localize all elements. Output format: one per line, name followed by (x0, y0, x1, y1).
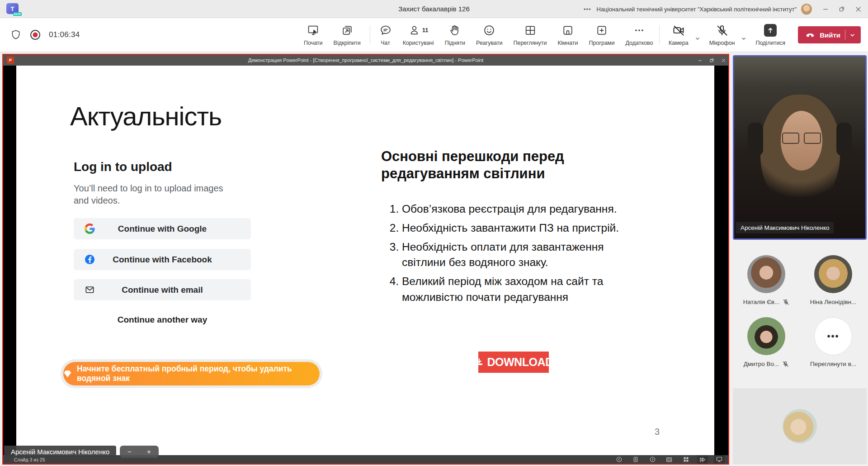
zoom-in-button[interactable]: + (147, 448, 151, 456)
presenter-name-overlay: Арсеній Максимович Ніколенко (4, 446, 116, 458)
minimize-button[interactable] (817, 0, 834, 18)
download-button[interactable]: DOWNLOAD (478, 352, 549, 373)
unpin-label: Відкріпити (334, 40, 361, 46)
speaker-glasses (781, 133, 822, 144)
rooms-button[interactable]: Кімнати (552, 18, 584, 52)
participant-name: Ніна Леонідівн... (810, 299, 857, 305)
react-label: Реагувати (476, 40, 502, 46)
leave-divider (845, 30, 845, 40)
participant-tile[interactable]: Ніна Леонідівн... (800, 255, 867, 305)
mic-muted-icon (782, 361, 789, 367)
participant-avatar (747, 317, 785, 355)
camera-button[interactable]: Камера (663, 24, 694, 46)
view-label: Переглянути (513, 40, 547, 46)
apps-button[interactable]: Програми (584, 18, 620, 52)
participant-name: Переглянути в... (810, 361, 856, 367)
obstacle-item: Великий період між заходом на сайт та мо… (402, 274, 646, 305)
obstacles-heading: Основні перешкоди перед редагуванням сві… (381, 148, 582, 182)
leave-label: Вийти (820, 31, 840, 39)
email-envelope-icon (85, 285, 95, 295)
active-speaker-name: Арсеній Максимович Ніколенко (736, 222, 834, 233)
restore-button[interactable] (834, 0, 850, 18)
share-button[interactable]: Поділитися (750, 24, 791, 46)
obstacle-item: Необхідність завантажити ПЗ на пристрій. (402, 220, 646, 236)
pp-close-button[interactable] (722, 58, 726, 62)
leave-chevron-icon[interactable] (849, 32, 855, 38)
download-label: DOWNLOAD (487, 356, 553, 369)
chat-label: Чат (381, 40, 390, 46)
more-participants-icon: ••• (814, 317, 852, 355)
shield-icon (10, 29, 22, 41)
titlebar-more-icon[interactable]: ••• (584, 6, 591, 13)
camera-label: Камера (669, 40, 689, 46)
close-button[interactable] (850, 0, 866, 18)
next-slide-button[interactable] (647, 455, 658, 464)
participant-avatar (814, 255, 852, 293)
participant-name: Дмитро Во... (744, 361, 779, 367)
view-more-participants-tile[interactable]: ••• Переглянути в... (800, 317, 867, 367)
participant-tile[interactable]: Дмитро Во... (733, 317, 800, 367)
participants-button[interactable]: 11 Користувачі (397, 18, 439, 52)
leave-button[interactable]: Вийти (798, 26, 861, 43)
account-avatar[interactable] (801, 4, 812, 14)
apps-label: Програми (589, 40, 615, 46)
obstacle-item: Обов’язкова реєстрація для редагування. (402, 201, 646, 217)
start-presenting-button[interactable]: Почати (298, 18, 328, 52)
continue-facebook-label: Continue with Facebook (113, 255, 212, 265)
continue-email-label: Continue with email (122, 285, 203, 295)
mic-muted-icon (783, 299, 789, 305)
participants-label: Користувачі (403, 40, 434, 46)
mic-button[interactable]: Мікрофон (704, 24, 741, 46)
meeting-toolbar: 01:06:34 Почати Відкріпити Чат (0, 18, 868, 52)
mic-chevron-icon[interactable] (741, 36, 746, 41)
window-titlebar: T NEW Захист бакалаврів 126 ••• Націонал… (0, 0, 868, 18)
headphone-left (748, 123, 763, 156)
raise-hand-label: Підняти (445, 40, 465, 46)
normal-view-button[interactable] (664, 455, 675, 464)
view-button[interactable]: Переглянути (508, 18, 552, 52)
raise-hand-button[interactable]: Підняти (439, 18, 471, 52)
login-heading: Log in to upload (74, 160, 172, 174)
continue-another-way-link[interactable]: Continue another way (74, 315, 251, 325)
start-label: Почати (304, 40, 323, 46)
powerpoint-titlebar: P Демонстрация PowerPoint - [Створення_п… (3, 55, 728, 66)
continue-google-label: Continue with Google (118, 224, 207, 234)
continue-facebook-button[interactable]: Continue with Facebook (74, 249, 251, 270)
chat-button[interactable]: Чат (374, 18, 397, 52)
unpin-popout-button[interactable]: Відкріпити (328, 18, 366, 52)
share-tray-icon (764, 24, 777, 37)
camera-chevron-icon[interactable] (695, 36, 700, 41)
participant-tile[interactable]: Наталія Єв... (733, 255, 800, 305)
login-description: You’ll need to log in to upload images a… (74, 182, 232, 207)
share-label: Поділитися (755, 40, 785, 46)
annotation-pen-button[interactable] (630, 455, 641, 464)
gem-icon (63, 370, 72, 378)
more-actions-label: Додатково (625, 40, 653, 46)
obstacle-item: Необхідність оплати для завантаження сві… (402, 239, 646, 271)
shared-screen-window: P Демонстрация PowerPoint - [Створення_п… (2, 54, 729, 465)
reading-view-button[interactable] (697, 455, 708, 464)
slide-sorter-view-button[interactable] (680, 455, 691, 464)
active-speaker-video[interactable]: Арсеній Максимович Ніколенко (733, 55, 867, 240)
more-actions-button[interactable]: Додатково (620, 18, 658, 52)
mic-label: Мікрофон (709, 40, 735, 46)
react-button[interactable]: Реагувати (471, 18, 508, 52)
recording-icon (29, 29, 41, 41)
self-avatar (783, 409, 817, 443)
pp-minimize-button[interactable] (698, 58, 702, 62)
continue-email-button[interactable]: Continue with email (74, 279, 251, 300)
obstacles-list: Обов’язкова реєстрація для редагування. … (381, 201, 646, 309)
slide-canvas: Актуальність Log in to upload You’ll nee… (16, 66, 714, 455)
meeting-timer: 01:06:34 (49, 30, 80, 39)
pp-restore-button[interactable] (710, 58, 714, 62)
free-trial-label: Начните бесплатный пробный период, чтобы… (77, 364, 320, 383)
hangup-phone-icon (805, 29, 816, 40)
slideshow-view-button[interactable] (714, 455, 725, 464)
download-icon (474, 357, 484, 367)
continue-google-button[interactable]: Continue with Google (74, 218, 251, 239)
zoom-out-button[interactable]: − (127, 448, 132, 456)
presentation-stage: Актуальність Log in to upload You’ll nee… (3, 66, 728, 455)
free-trial-banner-button[interactable]: Начните бесплатный пробный период, чтобы… (63, 362, 320, 385)
self-view-tile[interactable] (733, 388, 867, 464)
previous-slide-button[interactable] (613, 455, 624, 464)
